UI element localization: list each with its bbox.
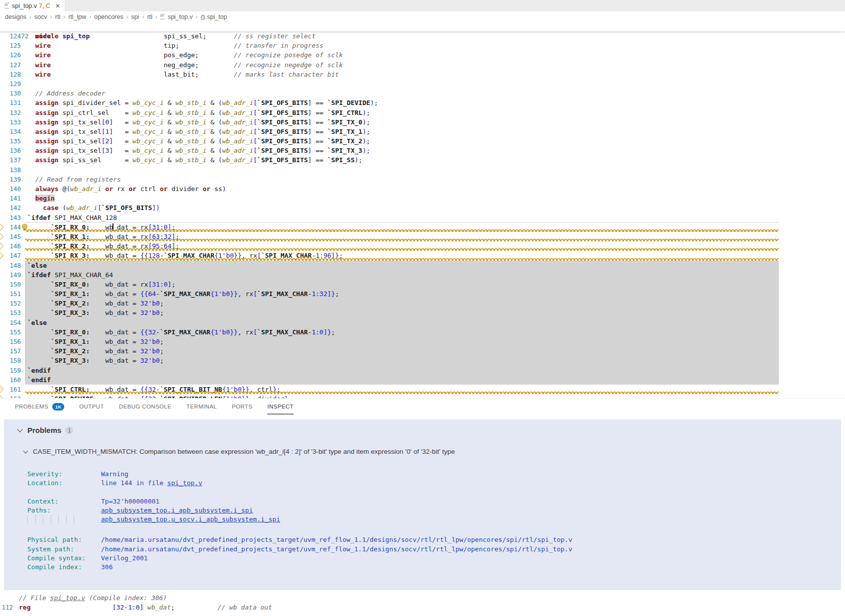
gutter[interactable]: 153 [0, 308, 21, 317]
gutter[interactable]: 141 [0, 194, 21, 203]
gutter[interactable]: 134 [0, 127, 21, 136]
panel-tab-ports[interactable]: PORTS [232, 399, 252, 414]
code-line-112[interactable]: 112reg [32-1:0] wb_dat; // wb data out [0, 603, 845, 612]
code-line-136[interactable]: 136 assign spi_tx_sel[3] = wb_cyc_i & wb… [0, 146, 845, 155]
lightbulb-icon[interactable] [22, 224, 27, 229]
code-line-149[interactable]: 149`ifdef SPI_MAX_CHAR_64 [0, 270, 845, 280]
gutter[interactable]: 145 [0, 232, 21, 241]
problems-section-header[interactable]: Problems 1 [18, 426, 841, 434]
code-line-138[interactable]: 138 [0, 165, 845, 175]
editor-tab-spi-top[interactable]: spi_top.v 7, C ✕ [0, 0, 65, 11]
code-line-148[interactable]: 148`else [0, 261, 845, 270]
panel-tab-terminal[interactable]: TERMINAL [186, 399, 216, 414]
code-line-147[interactable]: 147 `SPI_RX_3: wb_dat = {{128-`SPI_MAX_C… [0, 251, 845, 260]
code-line-124[interactable]: 124 wire spi_ss_sel; // ss register sele… [0, 31, 845, 41]
code-line-146[interactable]: 146 `SPI_RX_2: wb_dat = rx[95:64]; [0, 241, 845, 251]
code-line-159[interactable]: 159`endif [0, 366, 845, 375]
gutter[interactable]: 131 [0, 98, 21, 107]
sticky-scroll-line[interactable]: 72module spi_top [0, 22, 845, 31]
code-line-145[interactable]: 145 `SPI_RX_1: wb_dat = rx[63:32]; [0, 232, 845, 241]
chevron-down-icon[interactable] [23, 449, 28, 454]
gutter[interactable]: 143 [0, 213, 21, 222]
breadcrumb-item-file[interactable]: spi_top.v [168, 13, 193, 20]
breadcrumb-item-rtl[interactable]: rtl [55, 13, 60, 20]
gutter[interactable]: 135 [0, 136, 21, 146]
code-line-157[interactable]: 157 `SPI_RX_2: wb_dat = 32'b0; [0, 346, 845, 356]
gutter[interactable]: 133 [0, 117, 21, 127]
code-line-151[interactable]: 151 `SPI_RX_1: wb_dat = {{64-`SPI_MAX_CH… [0, 289, 845, 299]
gutter[interactable]: 112 [0, 603, 13, 612]
chevron-down-icon[interactable] [17, 426, 22, 432]
gutter[interactable]: 161 [0, 385, 21, 394]
gutter[interactable]: 137 [0, 155, 21, 165]
gutter[interactable]: 136 [0, 146, 21, 155]
problem-item[interactable]: CASE_ITEM_WIDTH_MISMATCH: Comparison bet… [24, 448, 841, 455]
gutter[interactable]: 149 [0, 270, 21, 280]
code-line-161[interactable]: 161 `SPI_CTRL: wb_dat = {{32-`SPI_CTRL_B… [0, 385, 845, 394]
code-line-156[interactable]: 156 `SPI_RX_1: wb_dat = 32'b0; [0, 337, 845, 346]
code-line-162[interactable]: 162 `SPI_DEVIDE: wb_dat = {{32-`SPI_DEVI… [0, 394, 845, 398]
code-line-132[interactable]: 132 assign spi_ctrl_sel = wb_cyc_i & wb_… [0, 108, 845, 117]
code-line-137[interactable]: 137 assign spi_ss_sel = wb_cyc_i & wb_st… [0, 155, 845, 165]
detail-link[interactable]: apb_subsystem_top.u_socv.i_apb_subsystem… [101, 515, 280, 523]
gutter[interactable]: 139 [0, 175, 21, 184]
detail-link[interactable]: spi_top.v [167, 479, 202, 487]
gutter[interactable]: 126 [0, 50, 21, 60]
code-line-140[interactable]: 140 always @(wb_adr_i or rx or ctrl or d… [0, 184, 845, 194]
code-line-130[interactable]: 130 // Address decoder [0, 89, 845, 98]
gutter[interactable]: 140 [0, 184, 21, 194]
code-line-126[interactable]: 126 wire pos_edge; // recognize posedge … [0, 50, 845, 60]
code-line-133[interactable]: 133 assign spi_tx_sel[0] = wb_cyc_i & wb… [0, 117, 845, 127]
gutter[interactable]: 144 [0, 222, 21, 232]
panel-tab-problems[interactable]: PROBLEMS1K [15, 399, 64, 414]
gutter[interactable]: 157 [0, 346, 21, 356]
breadcrumb-item-spi[interactable]: spi [131, 13, 139, 20]
gutter[interactable]: 159 [0, 366, 21, 375]
detail-link[interactable]: apb_subsystem_top.i_apb_subsystem.i_spi [101, 507, 253, 514]
breadcrumb-item-socv[interactable]: socv [34, 13, 47, 20]
gutter[interactable]: 129 [0, 79, 21, 89]
gutter[interactable]: 128 [0, 70, 21, 79]
gutter[interactable]: 142 [0, 203, 21, 212]
code-line-x[interactable]: // File spi_top.v (Compile index: 306) [0, 593, 845, 603]
code-line-128[interactable]: 128 wire last_bit; // marks last charact… [0, 70, 845, 79]
code-line-154[interactable]: 154`else [0, 318, 845, 327]
gutter[interactable]: 156 [0, 337, 21, 346]
code-line-131[interactable]: 131 assign spi_divider_sel = wb_cyc_i & … [0, 98, 845, 107]
code-line-158[interactable]: 158 `SPI_RX_3: wb_dat = 32'b0; [0, 356, 845, 365]
code-line-135[interactable]: 135 assign spi_tx_sel[2] = wb_cyc_i & wb… [0, 136, 845, 146]
code-line-150[interactable]: 150 `SPI_RX_0: wb_dat = rx[31:0]; [0, 280, 845, 289]
breadcrumb-item-designs[interactable]: designs [5, 13, 26, 20]
gutter[interactable]: 125 [0, 41, 21, 50]
close-icon[interactable]: ✕ [55, 2, 60, 9]
code-line-144[interactable]: 144 `SPI_RX_0: wb_dat = rx[31:0]; [0, 222, 845, 232]
gutter[interactable]: 154 [0, 318, 21, 327]
code-line-152[interactable]: 152 `SPI_RX_2: wb_dat = 32'b0; [0, 299, 845, 308]
breadcrumb-item-rtl-lpw[interactable]: rtl_lpw [68, 13, 86, 20]
gutter[interactable]: 130 [0, 89, 21, 98]
breadcrumb-item-symbol[interactable]: spi_top [207, 13, 227, 20]
gutter[interactable]: 160 [0, 375, 21, 385]
code-line-141[interactable]: 141 begin [0, 194, 845, 203]
panel-tab-output[interactable]: OUTPUT [79, 399, 104, 414]
breadcrumb-item-opencores[interactable]: opencores [94, 13, 123, 20]
gutter[interactable]: 138 [0, 165, 21, 175]
gutter[interactable]: 148 [0, 261, 21, 270]
gutter[interactable]: 127 [0, 60, 21, 70]
code-line-134[interactable]: 134 assign spi_tx_sel[1] = wb_cyc_i & wb… [0, 127, 845, 136]
code-line-139[interactable]: 139 // Read from registers [0, 175, 845, 184]
code-line-153[interactable]: 153 `SPI_RX_3: wb_dat = 32'b0; [0, 308, 845, 317]
gutter[interactable]: 152 [0, 299, 21, 308]
gutter[interactable]: 158 [0, 356, 21, 365]
code-line-155[interactable]: 155 `SPI_RX_0: wb_dat = {{32-`SPI_MAX_CH… [0, 327, 845, 337]
code-line-160[interactable]: 160`endif [0, 375, 845, 385]
gutter[interactable]: 146 [0, 241, 21, 251]
code-line-125[interactable]: 125 wire tip; // transfer in progress [0, 41, 845, 50]
breadcrumb-item-rtl2[interactable]: rtl [147, 13, 152, 20]
gutter[interactable]: 132 [0, 108, 21, 117]
gutter[interactable]: 162 [0, 394, 21, 398]
code-line-127[interactable]: 127 wire neg_edge; // recognize negedge … [0, 60, 845, 70]
gutter[interactable]: 151 [0, 289, 21, 299]
panel-tab-debug-console[interactable]: DEBUG CONSOLE [119, 399, 172, 414]
gutter[interactable]: 147 [0, 251, 21, 260]
